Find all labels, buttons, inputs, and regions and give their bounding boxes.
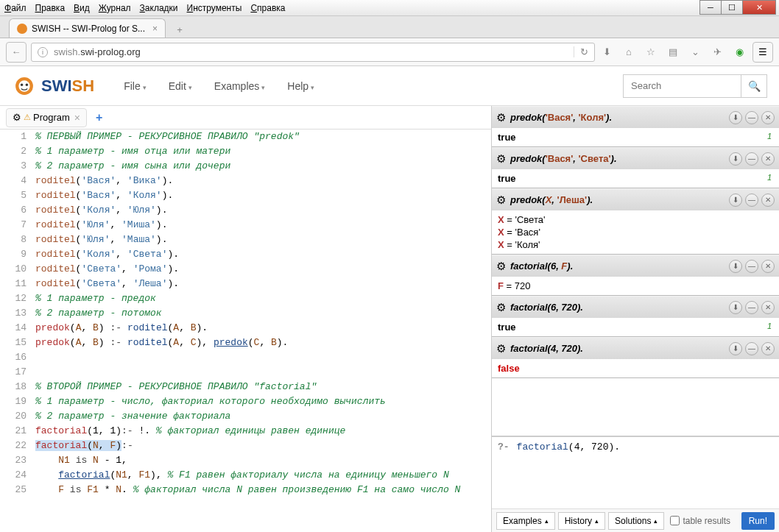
code-line[interactable]: 16 xyxy=(0,350,491,365)
download-icon[interactable]: ⬇ xyxy=(601,46,613,57)
solutions-dropdown[interactable]: Solutions xyxy=(608,512,664,530)
query-header[interactable]: ⚙factorial(4, 720).⬇—✕ xyxy=(492,337,779,359)
history-dropdown[interactable]: History xyxy=(558,512,605,530)
pocket-icon[interactable]: ⌄ xyxy=(689,46,701,57)
code-line[interactable]: 21factorial(1, 1):- !. % факториал едини… xyxy=(0,424,491,439)
table-results-checkbox[interactable]: table results xyxy=(670,516,730,526)
send-icon[interactable]: ✈ xyxy=(711,46,723,57)
code-line[interactable]: 10roditel('Света', 'Рома'). xyxy=(0,262,491,277)
minimize-icon[interactable]: — xyxy=(745,342,758,355)
query-body: X = 'Света'X = 'Вася'X = 'Коля' xyxy=(492,210,779,254)
home-icon[interactable]: ⌂ xyxy=(623,46,635,57)
address-bar[interactable]: i swish.swi-prolog.org ↻ xyxy=(31,43,595,62)
line-number: 17 xyxy=(0,365,32,380)
app-menu-edit[interactable]: Edit xyxy=(169,80,192,92)
code-line[interactable]: 20% 2 параметр - значение факториала xyxy=(0,409,491,424)
hamburger-menu[interactable]: ☰ xyxy=(752,42,773,63)
download-icon[interactable]: ⬇ xyxy=(729,194,742,207)
window-minimize-button[interactable]: ─ xyxy=(699,0,722,15)
run-button[interactable]: Run! xyxy=(741,512,775,530)
code-line[interactable]: 6roditel('Коля', 'Юля'). xyxy=(0,203,491,218)
close-icon[interactable]: ✕ xyxy=(761,260,775,273)
addon-icon[interactable]: ◉ xyxy=(733,46,745,57)
search-input[interactable] xyxy=(623,74,741,98)
close-icon[interactable]: ✕ xyxy=(761,111,775,124)
close-icon[interactable]: ✕ xyxy=(761,152,775,166)
menu-file[interactable]: Файл xyxy=(4,3,27,13)
window-maximize-button[interactable]: ☐ xyxy=(721,0,743,15)
code-line[interactable]: 1% ПЕРВЫЙ ПРИМЕР - РЕКУРСИВНОЕ ПРАВИЛО "… xyxy=(0,130,491,144)
editor-tab-close[interactable]: × xyxy=(74,112,80,124)
code-line[interactable]: 2% 1 параметр - имя отца или матери xyxy=(0,144,491,159)
download-icon[interactable]: ⬇ xyxy=(729,342,742,355)
code-line[interactable]: 18% ВТОРОЙ ПРИМЕР - РЕКУРСИВНОЕ ПРАВИЛО … xyxy=(0,380,491,394)
line-number: 18 xyxy=(0,380,32,394)
code-line[interactable]: 19% 1 параметр - число, факториал которо… xyxy=(0,394,491,409)
code-line[interactable]: 24 factorial(N1, F1), % F1 равен фактори… xyxy=(0,468,491,483)
tab-title: SWISH -- SWI-Prolog for S... xyxy=(32,24,145,34)
code-line[interactable]: 17 xyxy=(0,365,491,380)
code-content: % 1 параметр - предок xyxy=(32,291,156,306)
close-icon[interactable]: ✕ xyxy=(761,301,775,314)
minimize-icon[interactable]: — xyxy=(745,152,758,166)
code-line[interactable]: 14predok(A, B) :- roditel(A, B). xyxy=(0,321,491,336)
query-block: ⚙factorial(4, 720).⬇—✕false xyxy=(492,337,779,378)
info-icon[interactable]: i xyxy=(38,47,48,57)
code-line[interactable]: 11roditel('Света', 'Леша'). xyxy=(0,277,491,291)
line-number: 13 xyxy=(0,306,32,321)
editor-tab-add[interactable]: + xyxy=(96,111,102,124)
code-line[interactable]: 3% 2 параметр - имя сына или дочери xyxy=(0,159,491,174)
browser-tab[interactable]: SWISH -- SWI-Prolog for S... × xyxy=(9,18,166,38)
menu-tools[interactable]: Инструменты xyxy=(187,3,242,13)
app-menu-help[interactable]: Help xyxy=(287,80,314,92)
code-line[interactable]: 25 F is F1 * N. % факториал числа N раве… xyxy=(0,483,491,497)
search-button[interactable]: 🔍 xyxy=(741,74,767,98)
query-header[interactable]: ⚙predok('Вася', 'Света').⬇—✕ xyxy=(492,147,779,169)
menu-view[interactable]: Вид xyxy=(74,3,90,13)
app-menu-examples[interactable]: Examples xyxy=(214,80,265,92)
code-line[interactable]: 8roditel('Юля', 'Маша'). xyxy=(0,233,491,247)
menu-edit[interactable]: Правка xyxy=(35,3,66,13)
back-button[interactable]: ← xyxy=(6,42,27,63)
query-header[interactable]: ⚙predok('Вася', 'Коля').⬇—✕ xyxy=(492,106,779,128)
code-line[interactable]: 12% 1 параметр - предок xyxy=(0,291,491,306)
editor-tab-program[interactable]: ⚙ ⚠ Program × xyxy=(6,108,87,127)
answer-line: true1 xyxy=(498,131,773,143)
minimize-icon[interactable]: — xyxy=(745,260,758,273)
code-editor[interactable]: 1% ПЕРВЫЙ ПРИМЕР - РЕКУРСИВНОЕ ПРАВИЛО "… xyxy=(0,130,491,532)
close-icon[interactable]: ✕ xyxy=(761,194,775,207)
download-icon[interactable]: ⬇ xyxy=(729,111,742,124)
window-close-button[interactable]: ✕ xyxy=(742,0,776,15)
clipboard-icon[interactable]: ▤ xyxy=(667,46,679,57)
query-text[interactable]: factorial(4, 720). xyxy=(517,441,620,504)
download-icon[interactable]: ⬇ xyxy=(729,301,742,314)
app-menu-file[interactable]: File xyxy=(124,80,147,92)
menu-bookmarks[interactable]: Закладки xyxy=(140,3,178,13)
tab-close-icon[interactable]: × xyxy=(152,24,158,34)
menu-help[interactable]: Справка xyxy=(250,3,285,13)
code-line[interactable]: 7roditel('Юля', 'Миша'). xyxy=(0,218,491,233)
query-header[interactable]: ⚙predok(X, 'Леша').⬇—✕ xyxy=(492,188,779,210)
code-line[interactable]: 23 N1 is N - 1, xyxy=(0,453,491,468)
code-line[interactable]: 22factorial(N, F):- xyxy=(0,439,491,453)
download-icon[interactable]: ⬇ xyxy=(729,152,742,166)
code-line[interactable]: 5roditel('Вася', 'Коля'). xyxy=(0,188,491,203)
code-line[interactable]: 13% 2 параметр - потомок xyxy=(0,306,491,321)
reload-icon[interactable]: ↻ xyxy=(574,46,588,57)
minimize-icon[interactable]: — xyxy=(745,301,758,314)
minimize-icon[interactable]: — xyxy=(745,194,758,207)
star-icon[interactable]: ☆ xyxy=(645,46,657,57)
code-line[interactable]: 9roditel('Коля', 'Света'). xyxy=(0,247,491,262)
code-line[interactable]: 4roditel('Вася', 'Вика'). xyxy=(0,174,491,188)
menu-history[interactable]: Журнал xyxy=(99,3,131,13)
code-line[interactable]: 15predok(A, B) :- roditel(A, C), predok(… xyxy=(0,336,491,350)
query-header[interactable]: ⚙factorial(6, 720).⬇—✕ xyxy=(492,296,779,318)
examples-dropdown[interactable]: Examples xyxy=(496,512,555,530)
new-tab-button[interactable]: + xyxy=(170,21,189,38)
svg-point-3 xyxy=(26,83,28,85)
close-icon[interactable]: ✕ xyxy=(761,342,775,355)
minimize-icon[interactable]: — xyxy=(745,111,758,124)
query-header[interactable]: ⚙factorial(6, F).⬇—✕ xyxy=(492,255,779,277)
download-icon[interactable]: ⬇ xyxy=(729,260,742,273)
line-number: 25 xyxy=(0,483,32,497)
